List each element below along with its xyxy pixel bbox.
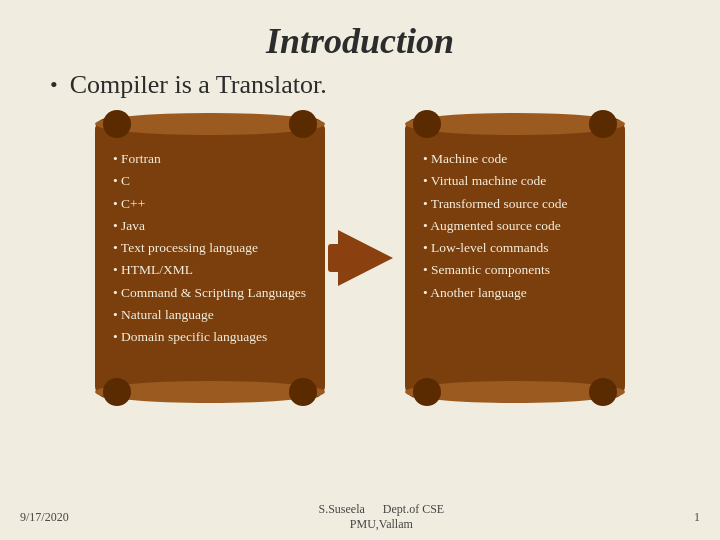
- curl-bl: [103, 378, 131, 406]
- direction-arrow: [338, 230, 393, 286]
- right-scroll-content: Machine codeVirtual machine codeTransfor…: [423, 148, 607, 304]
- list-item: Transformed source code: [423, 193, 607, 215]
- right-scroll: Machine codeVirtual machine codeTransfor…: [405, 118, 625, 398]
- footer-center: S.Suseela Dept.of CSE PMU,Vallam: [69, 502, 694, 532]
- slide: Introduction • Compiler is a Translator.…: [0, 0, 720, 540]
- list-item: Java: [113, 215, 307, 237]
- curl-tl-r: [413, 110, 441, 138]
- footer-page: 1: [694, 510, 700, 525]
- curl-br-r: [589, 378, 617, 406]
- right-list: Machine codeVirtual machine codeTransfor…: [423, 148, 607, 304]
- subtitle-text: Compiler is a Translator.: [70, 70, 327, 100]
- list-item: Natural language: [113, 304, 307, 326]
- list-item: Domain specific languages: [113, 326, 307, 348]
- subtitle-row: • Compiler is a Translator.: [20, 70, 700, 100]
- list-item: Machine code: [423, 148, 607, 170]
- content-area: FortranCC++JavaText processing languageH…: [20, 118, 700, 398]
- left-list: FortranCC++JavaText processing languageH…: [113, 148, 307, 348]
- curl-br: [289, 378, 317, 406]
- footer-institute: PMU,Vallam: [350, 517, 413, 531]
- curl-tr-r: [589, 110, 617, 138]
- list-item: HTML/XML: [113, 259, 307, 281]
- list-item: Semantic components: [423, 259, 607, 281]
- list-item: Augmented source code: [423, 215, 607, 237]
- slide-title: Introduction: [20, 10, 700, 70]
- curl-tr: [289, 110, 317, 138]
- list-item: Low-level commands: [423, 237, 607, 259]
- arrow-container: [325, 230, 405, 286]
- left-scroll-content: FortranCC++JavaText processing languageH…: [113, 148, 307, 348]
- list-item: Text processing language: [113, 237, 307, 259]
- curl-bl-r: [413, 378, 441, 406]
- list-item: Virtual machine code: [423, 170, 607, 192]
- list-item: Another language: [423, 282, 607, 304]
- footer-author: S.Suseela: [318, 502, 364, 516]
- list-item: Command & Scripting Languages: [113, 282, 307, 304]
- footer-dept: Dept.of CSE: [383, 502, 444, 516]
- curl-tl: [103, 110, 131, 138]
- footer-date: 9/17/2020: [20, 510, 69, 525]
- footer: 9/17/2020 S.Suseela Dept.of CSE PMU,Vall…: [0, 502, 720, 532]
- list-item: C++: [113, 193, 307, 215]
- bullet-icon: •: [50, 72, 58, 98]
- list-item: Fortran: [113, 148, 307, 170]
- list-item: C: [113, 170, 307, 192]
- left-scroll: FortranCC++JavaText processing languageH…: [95, 118, 325, 398]
